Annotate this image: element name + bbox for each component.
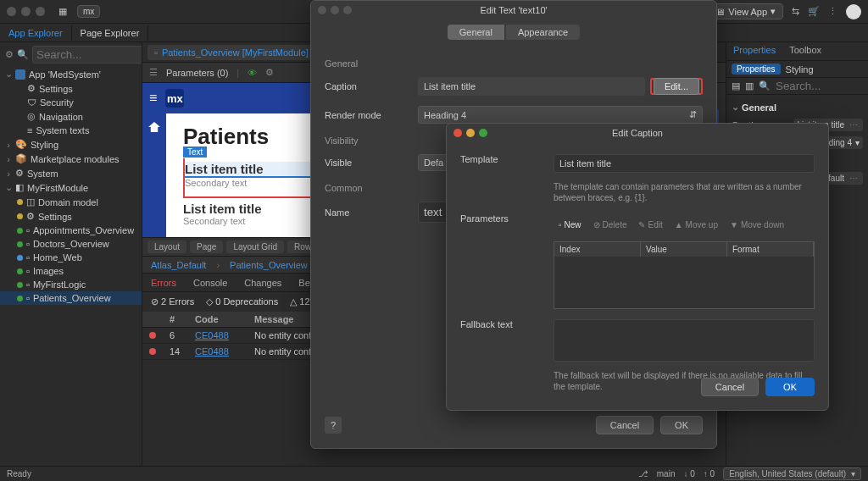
- view-app-button[interactable]: 🖥 View App ▾: [708, 3, 783, 19]
- hamburger-icon[interactable]: ≡: [149, 91, 157, 106]
- tree-doctors[interactable]: ▫Doctors_Overview: [0, 237, 142, 251]
- expand-icon[interactable]: ▤: [732, 80, 740, 91]
- tree-styling[interactable]: ›🎨Styling: [0, 137, 142, 152]
- link-icon[interactable]: ⇆: [792, 6, 799, 17]
- filter-icon[interactable]: ⚙: [5, 49, 14, 60]
- template-input[interactable]: List item title: [554, 154, 815, 173]
- chevron-down-icon: ⇵: [689, 109, 697, 120]
- language-select[interactable]: English, United States (default)▾: [723, 467, 861, 480]
- tree-logic[interactable]: ▫MyFirstLogic: [0, 278, 142, 291]
- tab-appearance[interactable]: Appearance: [506, 25, 580, 40]
- bc-layout[interactable]: Layout: [147, 240, 186, 253]
- label-visible: Visible: [325, 158, 418, 168]
- selection-tag: Text: [183, 147, 207, 158]
- ok-button[interactable]: OK: [660, 416, 703, 434]
- flow-icon: ▫: [26, 279, 30, 290]
- tab-errors[interactable]: Errors: [142, 275, 185, 290]
- logo: mx: [165, 89, 184, 108]
- dialog-title: Edit Caption: [612, 128, 663, 138]
- tree-systexts[interactable]: ≡System texts: [0, 124, 142, 137]
- window-traffic[interactable]: [7, 7, 45, 16]
- cog-icon: ⚙: [15, 168, 24, 179]
- tree-mymodule[interactable]: ⌄◧MyFirstModule: [0, 180, 142, 195]
- param-up[interactable]: ▲ Move up: [670, 218, 723, 231]
- tree-images[interactable]: ▫Images: [0, 264, 142, 278]
- cancel-button[interactable]: Cancel: [596, 416, 654, 434]
- compass-icon: ◎: [27, 111, 36, 122]
- tree-system[interactable]: ›⚙System: [0, 166, 142, 180]
- mx-badge: mx: [77, 5, 100, 18]
- ok-button[interactable]: OK: [765, 378, 815, 396]
- label-fallback: Fallback text: [460, 319, 554, 329]
- caption-display: List item title: [418, 77, 645, 96]
- explorer-search[interactable]: [32, 46, 142, 64]
- branch-name[interactable]: main: [657, 469, 676, 478]
- param-new[interactable]: ▫ New: [554, 218, 587, 231]
- bc-page[interactable]: Page: [190, 240, 223, 253]
- branch-icon: ⎇: [638, 469, 648, 478]
- down-count: ↓ 0: [683, 469, 694, 478]
- package-icon: 📦: [15, 153, 27, 164]
- module-icon: ◧: [15, 182, 24, 193]
- settings-icon[interactable]: ⚙: [265, 67, 274, 78]
- tree-appointments[interactable]: ▫Appointments_Overview: [0, 224, 142, 237]
- tab-changes[interactable]: Changes: [236, 275, 290, 290]
- db-icon: ◫: [26, 196, 35, 207]
- chevron-down-icon: ▾: [855, 138, 860, 147]
- tab-console[interactable]: Console: [185, 275, 236, 290]
- edit-caption-dialog: Edit Caption Template List item title Th…: [446, 123, 829, 411]
- cancel-button[interactable]: Cancel: [701, 378, 759, 396]
- home-icon[interactable]: [148, 122, 160, 132]
- subtab-styling[interactable]: Styling: [786, 64, 814, 75]
- prop-search[interactable]: [776, 80, 868, 92]
- tree-root[interactable]: ⌄App 'MedSystem': [0, 67, 142, 81]
- tree-patients[interactable]: ▫Patients_Overview: [0, 291, 142, 305]
- palette-icon: 🎨: [15, 139, 27, 150]
- tab-general[interactable]: General: [448, 25, 504, 40]
- cart-icon[interactable]: 🛒: [808, 6, 820, 17]
- tab-toolbox[interactable]: Toolbox: [782, 42, 828, 60]
- render-mode-select[interactable]: Heading 4⇵: [418, 106, 703, 124]
- avatar[interactable]: [846, 4, 861, 19]
- help-button[interactable]: ?: [325, 417, 342, 434]
- page-icon: ▫: [26, 252, 30, 263]
- dialog-title: Edit Text 'text10': [480, 5, 547, 15]
- tab-page-explorer[interactable]: Page Explorer: [72, 25, 149, 41]
- link-patients[interactable]: Patients_Overview: [230, 260, 308, 270]
- params-table[interactable]: IndexValueFormat: [554, 241, 815, 309]
- deprecations-count[interactable]: ◇ 0 Deprecations: [206, 296, 278, 307]
- tree-settings[interactable]: ⚙Settings: [0, 81, 142, 96]
- tree-domain[interactable]: ◫Domain model: [0, 195, 142, 209]
- status-bar: Ready ⎇ main ↓ 0 ↑ 0 English, United Sta…: [0, 466, 868, 481]
- param-down[interactable]: ▼ Move down: [725, 218, 789, 231]
- search-icon: 🔍: [759, 80, 771, 91]
- bc-grid[interactable]: Layout Grid: [226, 240, 284, 253]
- tree-modsettings[interactable]: ⚙Settings: [0, 209, 142, 224]
- tab-properties[interactable]: Properties: [726, 42, 782, 60]
- param-delete[interactable]: ⊘ Delete: [588, 218, 632, 231]
- errors-count[interactable]: ⊘ 2 Errors: [151, 296, 194, 307]
- label-caption: Caption: [325, 81, 418, 91]
- parameters-label[interactable]: Parameters (0): [166, 68, 228, 78]
- grid-icon[interactable]: ▦: [58, 6, 70, 18]
- tree-navigation[interactable]: ◎Navigation: [0, 109, 142, 124]
- chevron-down-icon: ▾: [771, 6, 776, 17]
- label-template: Template: [460, 154, 554, 164]
- fallback-input[interactable]: [554, 319, 815, 362]
- tree-security[interactable]: 🛡Security: [0, 96, 142, 109]
- tree-marketplace[interactable]: ›📦Marketplace modules: [0, 152, 142, 166]
- tab-app-explorer[interactable]: App Explorer: [0, 25, 72, 41]
- param-edit[interactable]: ✎ Edit: [633, 218, 667, 231]
- label-name: Name: [325, 207, 418, 218]
- eye-icon[interactable]: 👁: [248, 68, 257, 78]
- label-parameters: Parameters: [460, 213, 554, 224]
- tree-home[interactable]: ▫Home_Web: [0, 251, 142, 264]
- more-icon[interactable]: ⋮: [828, 6, 837, 17]
- image-icon: ▫: [26, 266, 30, 276]
- link-atlas[interactable]: Atlas_Default: [151, 260, 206, 270]
- template-help: The template can contain parameters that…: [554, 181, 815, 203]
- collapse-icon[interactable]: ▥: [745, 80, 754, 91]
- edit-caption-button[interactable]: Edit...: [654, 78, 699, 95]
- params-icon: ☰: [149, 67, 158, 78]
- subtab-properties[interactable]: Properties: [732, 64, 781, 75]
